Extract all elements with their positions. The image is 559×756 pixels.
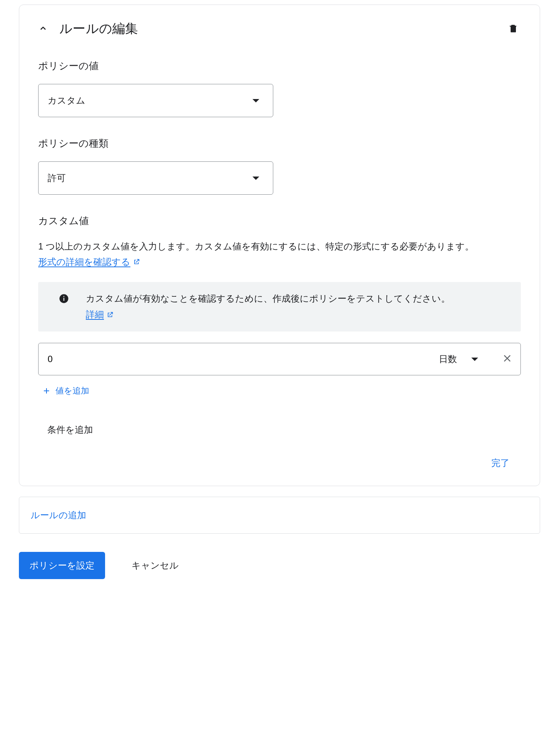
add-rule-button[interactable]: ルールの追加 xyxy=(31,509,86,521)
bottom-action-bar: ポリシーを設定 キャンセル xyxy=(19,552,540,579)
external-link-icon xyxy=(106,311,114,319)
custom-value-section: カスタム値 1 つ以上のカスタム値を入力します。カスタム値を有効にするには、特定… xyxy=(38,214,521,472)
policy-value-select[interactable]: カスタム xyxy=(38,84,273,117)
policy-type-label: ポリシーの種類 xyxy=(38,137,521,150)
set-policy-button[interactable]: ポリシーを設定 xyxy=(19,552,105,579)
custom-value-label: カスタム値 xyxy=(38,214,521,228)
add-value-button[interactable]: 値を追加 xyxy=(38,381,93,401)
policy-type-selected: 許可 xyxy=(48,172,252,184)
custom-value-desc-text: 1 つ以上のカスタム値を入力します。カスタム値を有効にするには、特定の形式にする… xyxy=(38,241,474,251)
custom-value-input[interactable] xyxy=(48,343,431,375)
edit-rule-title: ルールの編集 xyxy=(59,20,138,37)
info-icon xyxy=(59,291,69,306)
card-header-left: ルールの編集 xyxy=(38,20,138,37)
done-row: 完了 xyxy=(38,454,521,472)
page-footer-spacer xyxy=(19,579,540,700)
card-header: ルールの編集 xyxy=(38,20,521,37)
plus-icon xyxy=(42,386,51,395)
info-details-link-text: 詳細 xyxy=(86,307,104,322)
policy-type-section: ポリシーの種類 許可 xyxy=(38,137,521,195)
caret-down-icon xyxy=(252,99,259,102)
edit-rule-card: ルールの編集 ポリシーの値 カスタム ポリシーの種類 許可 カスタム値 1 つ以… xyxy=(19,5,540,486)
close-icon xyxy=(502,353,513,364)
delete-rule-button[interactable] xyxy=(506,20,521,37)
policy-type-select[interactable]: 許可 xyxy=(38,161,273,195)
info-details-link[interactable]: 詳細 xyxy=(86,307,114,322)
custom-value-row: 日数 xyxy=(38,343,521,375)
svg-rect-1 xyxy=(63,297,64,301)
add-condition-label: 条件を追加 xyxy=(38,424,521,436)
policy-value-selected: カスタム xyxy=(48,94,252,107)
custom-value-description: 1 つ以上のカスタム値を入力します。カスタム値を有効にするには、特定の形式にする… xyxy=(38,239,521,270)
chevron-up-icon[interactable] xyxy=(38,23,48,35)
add-condition-section: 条件を追加 xyxy=(38,424,521,436)
format-details-link[interactable]: 形式の詳細を確認する xyxy=(38,254,140,270)
policy-value-label: ポリシーの値 xyxy=(38,59,521,73)
unit-selected: 日数 xyxy=(439,353,457,365)
format-details-link-text: 形式の詳細を確認する xyxy=(38,254,130,270)
add-value-label: 値を追加 xyxy=(56,385,89,397)
svg-rect-2 xyxy=(63,296,64,297)
unit-select[interactable]: 日数 xyxy=(439,353,486,365)
info-text: カスタム値が有効なことを確認するために、作成後にポリシーをテストしてください。 … xyxy=(86,291,450,323)
caret-down-icon xyxy=(471,358,478,361)
external-link-icon xyxy=(133,258,140,266)
cancel-button[interactable]: キャンセル xyxy=(132,559,179,572)
info-text-content: カスタム値が有効なことを確認するために、作成後にポリシーをテストしてください。 xyxy=(86,291,450,307)
trash-icon xyxy=(508,29,519,35)
policy-value-section: ポリシーの値 カスタム xyxy=(38,59,521,117)
done-button[interactable]: 完了 xyxy=(487,454,521,472)
add-rule-card[interactable]: ルールの追加 xyxy=(19,497,540,534)
remove-value-button[interactable] xyxy=(494,353,513,366)
info-box: カスタム値が有効なことを確認するために、作成後にポリシーをテストしてください。 … xyxy=(38,282,521,332)
caret-down-icon xyxy=(252,177,259,180)
